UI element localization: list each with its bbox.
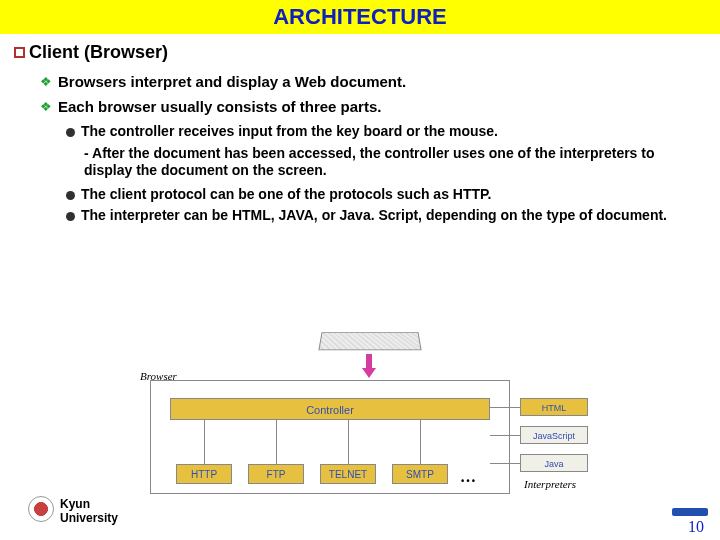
bullet-text: The client protocol can be one of the pr… bbox=[81, 186, 491, 204]
ellipsis-icon: … bbox=[460, 468, 476, 486]
interpreter-box: JavaScript bbox=[520, 426, 588, 444]
sub-note: - After the document has been accessed, … bbox=[84, 145, 706, 180]
title-bar: ARCHITECTURE bbox=[0, 0, 720, 34]
bullet-text: Each browser usually consists of three p… bbox=[58, 98, 381, 115]
connector-line bbox=[490, 435, 520, 436]
university-line1: Kyun bbox=[60, 497, 90, 511]
page-decoration-bar bbox=[672, 508, 708, 516]
protocol-box: SMTP bbox=[392, 464, 448, 484]
bullet-lvl3: The client protocol can be one of the pr… bbox=[66, 186, 706, 204]
section-heading-text: Client (Browser) bbox=[29, 42, 168, 63]
interpreter-box: HTML bbox=[520, 398, 588, 416]
bullet-lvl3: The controller receives input from the k… bbox=[66, 123, 706, 141]
interpreter-box: Java bbox=[520, 454, 588, 472]
keyboard-icon bbox=[318, 332, 421, 350]
browser-architecture-diagram: Browser Controller HTTP FTP TELNET SMTP … bbox=[140, 330, 600, 500]
arrow-down-icon bbox=[362, 354, 376, 378]
bullet-lvl3: The interpreter can be HTML, JAVA, or Ja… bbox=[66, 207, 706, 225]
slide-title: ARCHITECTURE bbox=[0, 4, 720, 30]
section-heading: Client (Browser) bbox=[14, 42, 706, 63]
connector-line bbox=[420, 420, 421, 464]
connector-line bbox=[490, 407, 520, 408]
bullet-lvl2: ❖ Browsers interpret and display a Web d… bbox=[40, 73, 706, 90]
bullet-text: The controller receives input from the k… bbox=[81, 123, 498, 141]
protocol-box: TELNET bbox=[320, 464, 376, 484]
university-line2: University bbox=[60, 511, 118, 525]
disc-bullet-icon bbox=[66, 128, 75, 137]
connector-line bbox=[490, 463, 520, 464]
bullet-text: Browsers interpret and display a Web doc… bbox=[58, 73, 406, 90]
interpreters-label: Interpreters bbox=[524, 478, 576, 490]
disc-bullet-icon bbox=[66, 212, 75, 221]
page-number: 10 bbox=[688, 518, 704, 536]
bullet-lvl2: ❖ Each browser usually consists of three… bbox=[40, 98, 706, 115]
university-name: Kyun University bbox=[60, 498, 118, 526]
diamond-bullet-icon: ❖ bbox=[40, 99, 52, 114]
protocol-box: HTTP bbox=[176, 464, 232, 484]
controller-box: Controller bbox=[170, 398, 490, 420]
connector-line bbox=[204, 420, 205, 464]
protocol-box: FTP bbox=[248, 464, 304, 484]
bullet-text: The interpreter can be HTML, JAVA, or Ja… bbox=[81, 207, 667, 225]
diamond-bullet-icon: ❖ bbox=[40, 74, 52, 89]
connector-line bbox=[276, 420, 277, 464]
university-logo-icon bbox=[28, 496, 54, 522]
square-bullet-icon bbox=[14, 47, 25, 58]
disc-bullet-icon bbox=[66, 191, 75, 200]
connector-line bbox=[348, 420, 349, 464]
content-area: Client (Browser) ❖ Browsers interpret an… bbox=[0, 34, 720, 225]
